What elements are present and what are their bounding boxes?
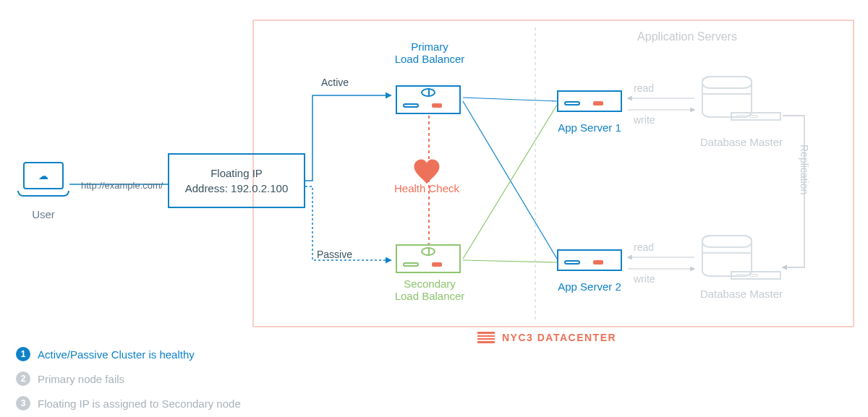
- step-number: 1: [16, 347, 30, 361]
- app-server-1-label: App Server 1: [550, 121, 629, 134]
- globe-icon: [421, 247, 435, 256]
- step-2: 2 Primary node fails: [16, 371, 241, 386]
- steps-list: 1 Active/Passive Cluster is healthy 2 Pr…: [16, 347, 241, 410]
- database-tray-1: [731, 112, 781, 121]
- read-label-1: read: [634, 82, 654, 94]
- user-label: User: [17, 208, 69, 220]
- datacenter-name: NYC3 DATACENTER: [502, 332, 616, 343]
- read-label-2: read: [634, 241, 654, 253]
- database-master-2-label: Database Master: [687, 288, 796, 300]
- url-label: http://example.com/: [81, 180, 163, 191]
- step-text: Active/Passive Cluster is healthy: [38, 348, 195, 361]
- datacenter-label: NYC3 DATACENTER: [477, 332, 616, 343]
- secondary-lb-label: SecondaryLoad Balancer: [383, 278, 476, 302]
- floating-ip-box: Floating IP Address: 192.0.2.100: [168, 153, 305, 208]
- step-1: 1 Active/Passive Cluster is healthy: [16, 347, 241, 361]
- cloud-icon: ☁: [38, 171, 48, 181]
- step-3: 3 Floating IP is assigned to Secondary n…: [16, 396, 241, 410]
- user-laptop: ☁: [17, 162, 69, 202]
- floating-ip-line2: Address: 192.0.2.100: [185, 182, 289, 194]
- app-server-2-label: App Server 2: [550, 280, 629, 293]
- write-label-1: write: [634, 114, 655, 126]
- us-flag-icon: [477, 332, 495, 343]
- health-check-label: Health Check: [376, 182, 477, 194]
- globe-icon: [421, 88, 435, 97]
- laptop-base: [17, 191, 69, 197]
- step-number: 2: [16, 371, 30, 386]
- step-number: 3: [16, 396, 30, 410]
- step-text: Floating IP is assigned to Secondary nod…: [38, 397, 241, 410]
- replication-label: Replication: [799, 145, 810, 194]
- diagram-stage: ☁ User http://example.com/ Floating IP A…: [0, 0, 868, 417]
- floating-ip-line1: Floating IP: [210, 167, 263, 179]
- passive-label: Passive: [317, 249, 352, 260]
- active-label: Active: [321, 77, 349, 88]
- database-master-1-label: Database Master: [687, 136, 796, 148]
- laptop-screen: ☁: [23, 162, 64, 189]
- primary-load-balancer: [396, 85, 461, 124]
- database-tray-2: [731, 271, 781, 280]
- write-label-2: write: [634, 273, 655, 285]
- step-text: Primary node fails: [38, 373, 124, 385]
- app-servers-header: Application Servers: [622, 30, 752, 43]
- primary-lb-label: PrimaryLoad Balancer: [383, 40, 476, 65]
